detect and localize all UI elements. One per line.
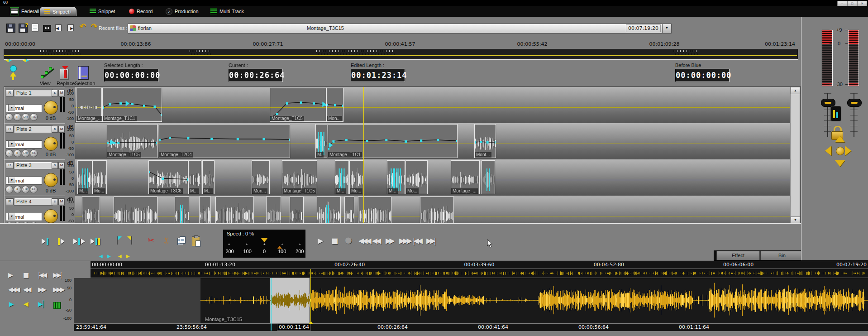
play-pause-marker-icon[interactable]: ▶▏ bbox=[38, 300, 48, 307]
nudge-right-cyan-icon[interactable]: ▶ bbox=[107, 254, 111, 259]
loop-play-icon[interactable]: ▶ bbox=[9, 300, 14, 307]
track-name-field[interactable]: Piste 2 bbox=[14, 125, 53, 133]
clip[interactable] bbox=[175, 197, 189, 224]
export-icon[interactable]: ▸ bbox=[67, 24, 74, 31]
gain-knob[interactable] bbox=[44, 101, 58, 115]
clip[interactable] bbox=[215, 197, 254, 224]
cursor-mode-icon[interactable] bbox=[7, 65, 19, 81]
clip-canvas[interactable] bbox=[420, 197, 453, 224]
clip[interactable]: Mo... bbox=[92, 160, 107, 194]
document-dropdown-button[interactable]: ▼ bbox=[662, 24, 672, 34]
rewind-button[interactable]: ◀◀◀ bbox=[8, 286, 19, 293]
track-scrollbar[interactable]: ▲ ▼ bbox=[790, 87, 800, 223]
paste-icon[interactable] bbox=[192, 236, 200, 246]
routing-button-r-l[interactable]: R/L bbox=[30, 186, 38, 193]
set-in-marker-icon[interactable] bbox=[114, 236, 120, 245]
track-lane-2[interactable]: Montage_T1C5Montage_T2C4M.Montage_T1C1Mo… bbox=[75, 123, 790, 160]
track-name-field[interactable]: Piste 3 bbox=[14, 162, 53, 169]
clip[interactable] bbox=[482, 160, 495, 194]
skip-end-button[interactable]: ▶▶| bbox=[53, 271, 61, 278]
routing-button-l[interactable]: L bbox=[5, 186, 13, 193]
document-icon[interactable] bbox=[32, 24, 38, 32]
bottom-edit-line[interactable] bbox=[310, 269, 311, 323]
clip-canvas[interactable] bbox=[114, 197, 157, 224]
routing-button-l[interactable]: L bbox=[5, 113, 13, 121]
clip[interactable]: M... bbox=[188, 160, 201, 194]
nav-center-icon[interactable] bbox=[836, 147, 844, 155]
routing-button-r[interactable]: R bbox=[14, 113, 21, 121]
goto-selection-start-button[interactable] bbox=[42, 236, 48, 247]
rewind-button[interactable]: ◀◀◀ bbox=[358, 236, 370, 245]
clip[interactable]: Montage_T1C5 bbox=[282, 160, 317, 194]
record-button[interactable]: ● bbox=[345, 235, 352, 245]
clip[interactable] bbox=[420, 197, 454, 224]
level-meter-icon[interactable] bbox=[830, 106, 841, 121]
seek-back-button[interactable]: ◀◀ bbox=[372, 236, 380, 245]
tab-record[interactable]: Record bbox=[125, 7, 156, 16]
bottom-ruler[interactable]: 00:00:00:0000:01:13:2000:02:26:4000:03:3… bbox=[91, 261, 868, 269]
clip[interactable]: Mon... bbox=[252, 160, 270, 194]
skip-end-button[interactable]: ▶▶| bbox=[426, 236, 434, 245]
routing-button-l[interactable]: L bbox=[5, 149, 13, 157]
clip-canvas[interactable] bbox=[317, 197, 340, 224]
clip[interactable]: Mo... bbox=[405, 160, 428, 194]
tab-federall[interactable]: Federall bbox=[6, 7, 43, 16]
mute-button[interactable]: M bbox=[58, 198, 65, 205]
fast-forward-button[interactable]: ▶▶▶ bbox=[399, 236, 410, 245]
clip[interactable] bbox=[82, 197, 100, 224]
panel-tab-bin[interactable]: Bin bbox=[760, 251, 804, 260]
track-lane-4[interactable] bbox=[75, 196, 790, 224]
multitrack-editor[interactable]: RPiste 1sMNormal▼0 dBLRL/RR/LdB100500-50… bbox=[4, 86, 801, 224]
clip-waveform-lane[interactable]: Montage_T3C15 bbox=[74, 278, 868, 323]
track-mode-dropdown[interactable]: Normal▼ bbox=[6, 213, 42, 221]
clip[interactable]: Montage_T1C5 bbox=[107, 124, 157, 158]
clip[interactable]: Mon... bbox=[326, 88, 343, 122]
clip-canvas[interactable] bbox=[216, 197, 253, 224]
clip[interactable]: Montage_T1C1 bbox=[102, 88, 162, 122]
nav-up-icon[interactable] bbox=[835, 136, 845, 142]
routing-button-l-r[interactable]: L/R bbox=[22, 186, 29, 193]
document-title-field[interactable]: florian Montage_T3C15 00:07:19:20 bbox=[128, 24, 663, 34]
track-name-field[interactable]: Piste 1 bbox=[14, 89, 53, 97]
overview-canvas[interactable] bbox=[4, 49, 797, 58]
clip-canvas[interactable] bbox=[82, 197, 100, 224]
track-lane-3[interactable]: M...Mo...Montage_T3C6M...M...Mon...Monta… bbox=[75, 159, 790, 196]
clip[interactable] bbox=[290, 197, 304, 224]
clip-canvas[interactable] bbox=[482, 161, 495, 194]
record-arm-button[interactable]: R bbox=[6, 90, 14, 96]
track-lane-1[interactable]: Montage_...Montage_T1C1Montage_T1C5Mon..… bbox=[75, 87, 790, 124]
mute-button[interactable]: M bbox=[58, 162, 65, 169]
clip[interactable]: M... bbox=[387, 160, 405, 194]
track-mode-dropdown[interactable]: Normal▼ bbox=[6, 104, 42, 112]
track-mode-dropdown[interactable]: Normal▼ bbox=[6, 177, 42, 185]
import-icon[interactable]: ◂ bbox=[55, 24, 62, 31]
scroll-down-button[interactable]: ▼ bbox=[791, 216, 800, 224]
clip[interactable]: Montage_T1C5 bbox=[270, 88, 326, 122]
gain-knob[interactable] bbox=[44, 173, 58, 187]
play-to-marker-button[interactable] bbox=[91, 236, 100, 247]
nudge-left-yellow-icon[interactable]: ◀ bbox=[118, 254, 122, 259]
envelope-view-icon[interactable] bbox=[41, 67, 52, 79]
clip[interactable] bbox=[317, 197, 341, 224]
nav-right-icon[interactable] bbox=[845, 146, 851, 156]
bottom-playhead-line[interactable] bbox=[271, 278, 272, 331]
routing-button-r-l[interactable]: R/L bbox=[30, 113, 38, 121]
skip-start-button[interactable]: |◀◀ bbox=[38, 271, 46, 278]
clip[interactable]: Montage_... bbox=[451, 160, 480, 194]
clip-canvas[interactable] bbox=[345, 197, 354, 224]
gain-knob[interactable] bbox=[44, 209, 58, 223]
routing-button-r-l[interactable]: R/L bbox=[30, 149, 38, 157]
seek-forward-button[interactable]: ▶▶ bbox=[386, 236, 393, 245]
bottom-overview-strip[interactable] bbox=[91, 269, 868, 278]
solo-button[interactable]: s bbox=[52, 126, 58, 133]
nav-left-icon[interactable] bbox=[825, 146, 831, 156]
clip[interactable] bbox=[344, 197, 354, 224]
speed-slider-panel[interactable]: Speed : 0 % +-200+-100+0+100+200 bbox=[223, 230, 305, 258]
stop-button[interactable]: ■ bbox=[23, 271, 29, 278]
scroll-up-button[interactable]: ▲ bbox=[791, 87, 800, 94]
main-timeline-ruler[interactable]: 00:00:00:0000:00:13:8600:00:27:7100:00:4… bbox=[4, 41, 796, 48]
clip[interactable]: M... bbox=[335, 160, 349, 194]
undo-icon[interactable]: ↶ bbox=[80, 22, 88, 30]
tab-multitrack[interactable]: Multi-Track bbox=[206, 7, 248, 16]
seek-forward-button[interactable]: ▶▶ bbox=[38, 286, 45, 293]
